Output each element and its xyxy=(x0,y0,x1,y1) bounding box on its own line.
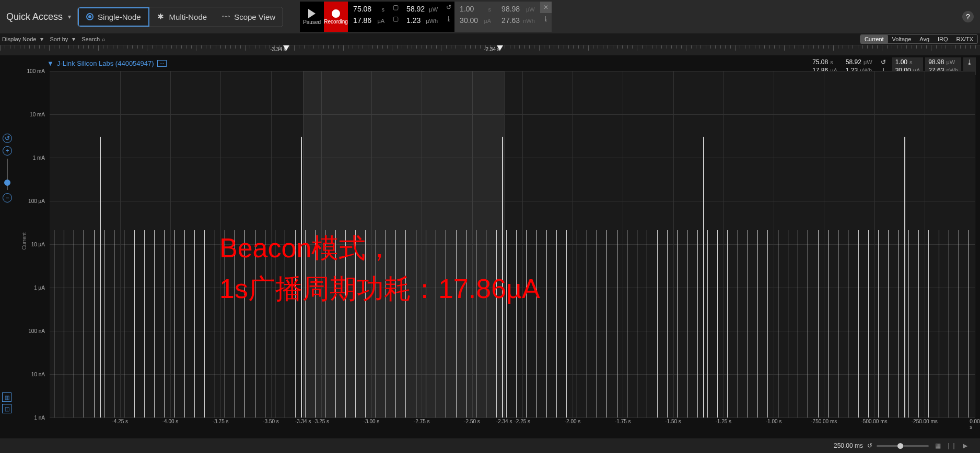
record-icon xyxy=(332,9,340,18)
download-icon[interactable]: ⭳ xyxy=(443,13,454,25)
play-button[interactable]: Paused xyxy=(300,2,324,32)
filter-bar: Display Node Sort by Search ⌕ Current Vo… xyxy=(0,33,980,45)
nodes-icon: ✱ xyxy=(157,13,165,21)
time-scale-slider[interactable] xyxy=(877,445,929,447)
scope-view-mode[interactable]: 〰Scope View xyxy=(214,7,283,27)
overlay-dl2-icon[interactable]: ⭳ xyxy=(966,58,973,66)
tool-extra-icon[interactable]: ◫ xyxy=(2,404,11,413)
zoom-controls: ↺ + − xyxy=(1,134,14,202)
multi-node-mode[interactable]: ✱Multi-Node xyxy=(149,7,215,27)
record-button[interactable]: Recording xyxy=(324,2,348,32)
small-icon-2[interactable]: ▢ xyxy=(390,13,401,25)
capture-status-panel: Paused Recording 75.08s 17.86µA ▢▢ 58.92… xyxy=(300,2,552,32)
x-axis: -4.25 s-4.00 s-3.75 s-3.50 s-3.34 s-3.25… xyxy=(50,419,975,429)
quick-access-menu[interactable]: Quick Access xyxy=(6,11,71,22)
small-icon-1[interactable]: ▢ xyxy=(390,2,401,13)
overlay-reset-icon[interactable]: ↺ xyxy=(881,58,887,66)
sort-by-dropdown[interactable]: Sort by xyxy=(50,35,75,43)
tool-select-icon[interactable]: ▥ xyxy=(2,392,11,402)
wave-icon: 〰 xyxy=(221,13,230,21)
plot-canvas[interactable] xyxy=(50,71,975,418)
stats-power-energy: 58.92µW 1.23µWh xyxy=(401,2,443,32)
device-label[interactable]: ▼ J-Link Silicon Labs (440054947) ⋯ xyxy=(47,59,167,67)
live-scroll-icon[interactable]: ▶ xyxy=(960,441,970,450)
play-icon xyxy=(308,9,316,18)
time-ruler[interactable]: -3.34 s-2.34 s xyxy=(0,45,980,55)
zoom-in-icon[interactable]: + xyxy=(3,146,12,156)
measure-pill-group: Current Voltage Avg IRQ RX/TX xyxy=(860,34,978,44)
chart-area: ▼ J-Link Silicon Labs (440054947) ⋯ 75.0… xyxy=(0,55,980,438)
search-field[interactable]: Search ⌕ xyxy=(81,36,106,42)
zoom-out-icon[interactable]: − xyxy=(3,193,12,202)
radio-icon xyxy=(86,13,94,20)
stats-sel-power-energy: 98.98µW 27.63nWh xyxy=(496,2,540,32)
zoom-slider[interactable] xyxy=(7,159,8,190)
pill-irq[interactable]: IRQ xyxy=(934,35,952,43)
collapse-icon: ▼ xyxy=(47,59,54,67)
reset-icon[interactable]: ↺ xyxy=(443,2,454,13)
stats-time-current: 75.08s 17.86µA xyxy=(348,2,390,32)
scale-reset-icon[interactable]: ↺ xyxy=(867,442,872,449)
single-node-mode[interactable]: Single-Node xyxy=(78,7,149,27)
pill-avg[interactable]: Avg xyxy=(915,35,934,43)
y-axis: 100 mA10 mA1 mA100 µA10 µA1 µA100 nA10 n… xyxy=(26,71,47,418)
zoom-reset-icon[interactable]: ↺ xyxy=(3,134,12,143)
pause-scroll-icon[interactable]: ❘❘ xyxy=(947,441,956,450)
chart-type-icon[interactable]: ▦ xyxy=(933,441,942,450)
pill-rxtx[interactable]: RX/TX xyxy=(952,35,977,43)
search-icon: ⌕ xyxy=(102,36,106,42)
bottom-bar: 250.00 ms ↺ ▦ ❘❘ ▶ xyxy=(0,438,980,453)
top-toolbar: Quick Access Single-Node ✱Multi-Node 〰Sc… xyxy=(0,0,980,33)
close-selection-icon[interactable]: ✕ xyxy=(540,2,552,13)
pill-current[interactable]: Current xyxy=(860,35,888,43)
display-node-dropdown[interactable]: Display Node xyxy=(2,35,43,43)
stats-sel-time-current: 1.00s 30.00µA xyxy=(454,2,496,32)
device-extra-icon[interactable]: ⋯ xyxy=(157,60,167,67)
pill-voltage[interactable]: Voltage xyxy=(888,35,916,43)
download-sel-icon[interactable]: ⭳ xyxy=(540,13,552,25)
view-mode-group: Single-Node ✱Multi-Node 〰Scope View xyxy=(77,7,283,27)
help-button[interactable]: ? xyxy=(962,11,974,22)
time-scale-label: 250.00 ms xyxy=(834,442,863,449)
